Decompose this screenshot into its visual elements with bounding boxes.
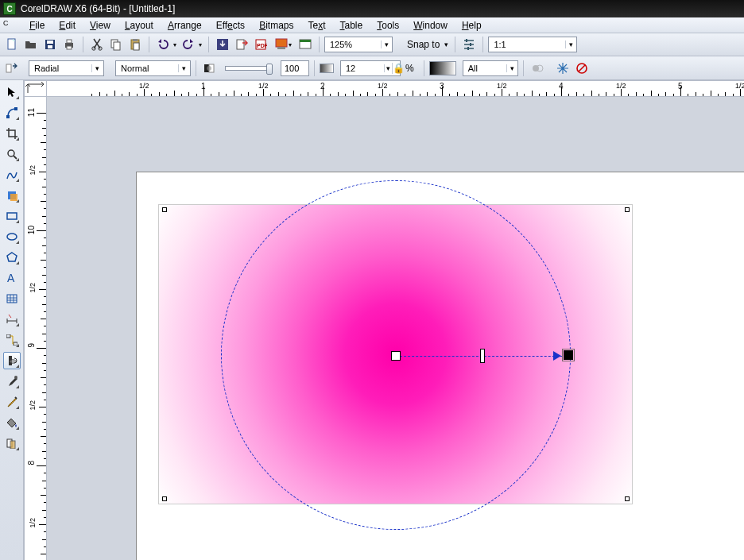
polygon-tool[interactable] (3, 249, 21, 266)
menu-file[interactable]: File (22, 19, 52, 32)
fill-type-value[interactable] (34, 64, 91, 73)
svg-rect-19 (277, 47, 285, 49)
menu-help[interactable]: Help (455, 19, 489, 32)
outline-tool[interactable] (3, 393, 21, 411)
smart-fill-tool[interactable] (3, 187, 21, 204)
ratio-dropdown[interactable]: ▾ (488, 37, 577, 52)
chevron-down-icon[interactable]: ▾ (444, 41, 448, 48)
zoom-tool[interactable] (3, 145, 21, 163)
blend-mode-dropdown[interactable]: ▾ (115, 60, 191, 76)
property-bar: ▾ ▾ 100 ▾ 🔒 % ▾ (0, 56, 744, 80)
vertical-ruler[interactable]: 111/2101/291/281/271/2 (24, 97, 47, 560)
chevron-down-icon: ▾ (565, 41, 576, 48)
gradient-start-handle[interactable] (391, 351, 401, 361)
menu-text[interactable]: Text (300, 19, 332, 32)
rectangle-tool[interactable] (3, 207, 21, 225)
paste-button[interactable] (126, 36, 144, 53)
transparency-slider[interactable] (225, 66, 273, 71)
apply-to-value[interactable] (468, 64, 506, 73)
standard-toolbar: ▾ ▾ PDF ▾ ▾ Snap to ▾ ▾ (0, 33, 744, 56)
cut-button[interactable] (88, 36, 106, 53)
lock-icon[interactable]: 🔒 (392, 63, 400, 74)
menu-effects[interactable]: Effects (209, 19, 253, 32)
text-tool[interactable]: A (3, 269, 21, 287)
horizontal-ruler[interactable]: 1/211/221/231/241/251/261/2 (47, 80, 744, 97)
menu-layout[interactable]: Layout (118, 19, 161, 32)
chevron-down-icon: ▾ (91, 64, 103, 72)
selection-handle-br[interactable] (625, 496, 630, 501)
redo-button[interactable]: ▾ (180, 36, 203, 53)
freehand-tool[interactable] (3, 166, 21, 183)
eyedropper-tool[interactable] (3, 373, 21, 390)
clear-transparency-button[interactable] (573, 60, 591, 77)
gradient-midpoint-handle[interactable] (480, 349, 485, 363)
transparency-value[interactable]: 100 (281, 60, 309, 76)
zoom-level-dropdown[interactable]: ▾ (324, 37, 393, 52)
apply-to-dropdown[interactable]: ▾ (463, 60, 518, 76)
selection-handle-tl[interactable] (162, 207, 167, 212)
gradient-end-handle[interactable] (564, 350, 573, 360)
pick-tool[interactable] (3, 83, 21, 101)
copy-fill-properties-button[interactable] (529, 60, 546, 77)
ruler-origin[interactable] (24, 80, 47, 97)
menu-edit[interactable]: Edit (52, 19, 83, 32)
menu-view[interactable]: View (83, 19, 118, 32)
new-button[interactable] (3, 36, 21, 53)
export-button[interactable] (233, 36, 250, 53)
connector-tool[interactable] (3, 331, 21, 349)
copy-button[interactable] (107, 36, 125, 53)
options-button[interactable] (460, 36, 478, 53)
gradient-preset-thumb[interactable] (429, 61, 456, 75)
svg-rect-34 (7, 213, 17, 219)
app-icon: C (3, 2, 16, 15)
shape-tool[interactable] (3, 104, 21, 122)
open-button[interactable] (22, 36, 40, 53)
svg-point-31 (8, 150, 14, 156)
svg-point-35 (7, 234, 17, 240)
save-button[interactable] (41, 36, 59, 53)
chevron-down-icon: ▾ (381, 41, 392, 48)
selection-handle-bl[interactable] (162, 496, 167, 501)
interactive-tool[interactable] (3, 434, 21, 452)
menu-bar: C File Edit View Layout Arrange Effects … (0, 17, 744, 33)
menu-tools[interactable]: Tools (370, 19, 406, 32)
snap-to-label: Snap to (407, 39, 440, 50)
menu-arrange[interactable]: Arrange (161, 19, 209, 32)
drawing-canvas[interactable] (47, 97, 744, 560)
interactive-fill-tool[interactable] (3, 352, 21, 369)
publish-pdf-button[interactable]: PDF (252, 36, 269, 53)
workspace: A 1/211/221/231/241/251/261/2 111/2101/2… (0, 80, 744, 560)
table-tool[interactable] (3, 290, 21, 307)
freeze-button[interactable] (554, 60, 572, 77)
welcome-button[interactable] (296, 36, 314, 53)
fill-type-dropdown[interactable]: ▾ (29, 60, 104, 76)
fountain-steps-dropdown[interactable]: ▾ 🔒 (340, 60, 401, 76)
menu-bitmaps[interactable]: Bitmaps (252, 19, 300, 32)
doc-control-icon[interactable]: C (3, 19, 16, 32)
ratio-value[interactable] (494, 40, 565, 49)
crop-tool[interactable] (3, 125, 21, 142)
svg-rect-15 (237, 40, 244, 49)
fountain-edge-icon (320, 64, 334, 73)
import-button[interactable] (214, 36, 231, 53)
menu-table[interactable]: Table (333, 19, 370, 32)
svg-rect-12 (133, 39, 138, 41)
edit-fill-button[interactable] (3, 60, 21, 77)
app-launcher-button[interactable]: ▾ (271, 36, 295, 53)
svg-rect-10 (114, 42, 120, 50)
fill-tool[interactable] (3, 414, 21, 431)
svg-rect-2 (47, 41, 53, 44)
menu-window[interactable]: Window (406, 19, 455, 32)
dimension-tool[interactable] (3, 311, 21, 328)
fountain-steps-value[interactable] (346, 64, 384, 73)
selection-handle-tr[interactable] (625, 207, 630, 212)
undo-button[interactable]: ▾ (154, 36, 178, 53)
chevron-down-icon: ▾ (178, 64, 189, 72)
ellipse-tool[interactable] (3, 228, 21, 245)
blend-mode-value[interactable] (121, 64, 178, 73)
svg-point-40 (14, 376, 17, 379)
zoom-level-value[interactable] (330, 40, 381, 49)
svg-text:PDF: PDF (257, 43, 267, 48)
gradient-vector[interactable] (400, 356, 571, 357)
print-button[interactable] (60, 36, 78, 53)
